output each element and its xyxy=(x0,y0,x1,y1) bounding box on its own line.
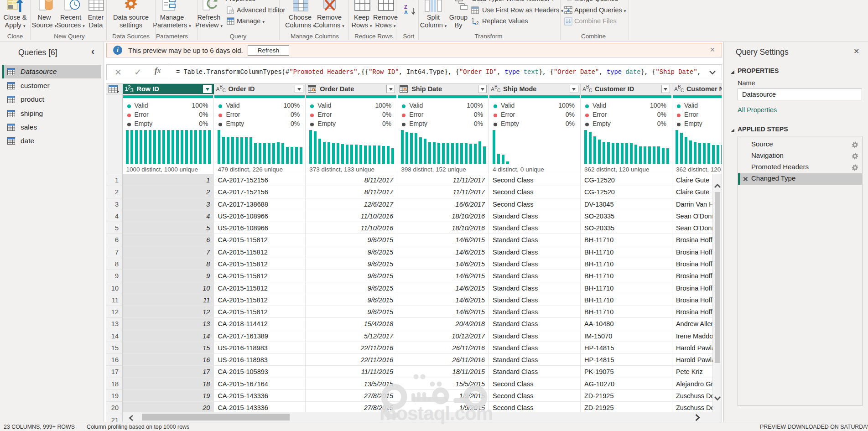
svg-text:Z: Z xyxy=(404,4,407,10)
svg-text:mostaql.com: mostaql.com xyxy=(379,403,493,424)
svg-text:Z: Z xyxy=(404,0,407,0)
